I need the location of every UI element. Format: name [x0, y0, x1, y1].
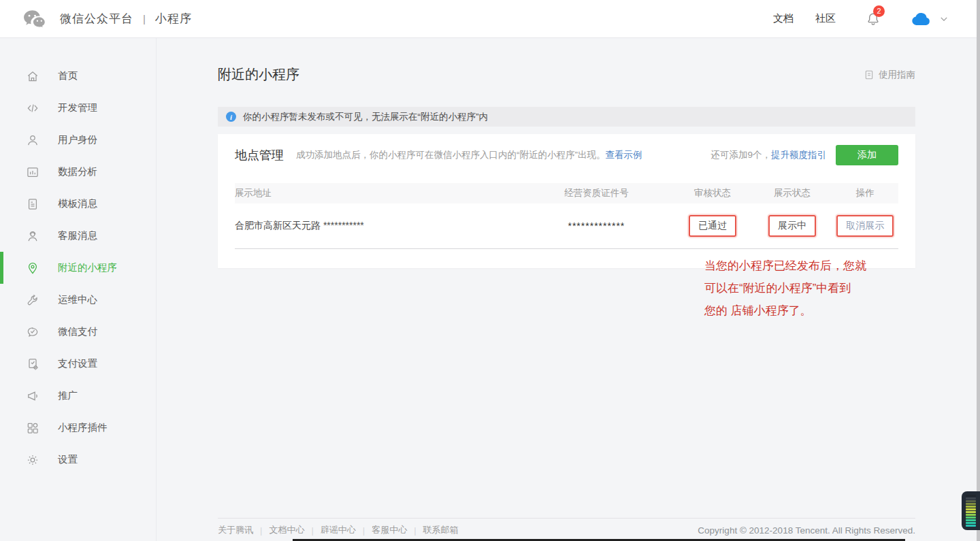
top-header: 微信公众平台 | 小程序 文档 社区 2	[0, 0, 980, 38]
footer: 关于腾讯| 文档中心| 辟谣中心| 客服中心| 联系邮箱 Copyright ©…	[218, 518, 915, 541]
annotation-line: 当您的小程序已经发布后，您就	[704, 255, 929, 277]
notification-badge: 2	[873, 5, 885, 17]
bar-chart-icon	[26, 165, 39, 179]
annotation-line: 您的 店铺小程序了。	[704, 299, 929, 322]
info-icon: i	[226, 112, 236, 122]
sidebar-item-home[interactable]: 首页	[0, 60, 156, 92]
sidebar-item-label: 支付设置	[58, 357, 97, 370]
cloud-avatar[interactable]	[911, 12, 931, 26]
quota-text: 还可添加9个，	[710, 149, 771, 161]
wechat-pay-icon	[26, 325, 39, 339]
sidebar-item-plugins[interactable]: 小程序插件	[0, 412, 156, 444]
cancel-display-link[interactable]: 取消展示	[846, 220, 884, 231]
sidebar-item-ops-center[interactable]: 运维中心	[0, 284, 156, 316]
main-content: 附近的小程序 使用指南 i 你的小程序暂未发布或不可见，无法展示在“附近的小程序…	[157, 38, 980, 541]
sidebar-item-label: 设置	[58, 453, 78, 466]
footer-link-docs[interactable]: 文档中心	[269, 524, 304, 536]
page-root: 微信公众平台 | 小程序 文档 社区 2	[0, 0, 980, 541]
sidebar-item-label: 运维中心	[58, 293, 97, 306]
footer-links: 关于腾讯| 文档中心| 辟谣中心| 客服中心| 联系邮箱	[218, 524, 459, 536]
notice-bar: i 你的小程序暂未发布或不可见，无法展示在“附近的小程序”内	[218, 107, 915, 127]
wrench-icon	[26, 293, 39, 307]
sidebar-item-customer-service[interactable]: 客服消息	[0, 220, 156, 252]
wechat-logo-icon	[23, 9, 49, 29]
product-title: 小程序	[155, 11, 192, 27]
annotation-line: 可以在“附近的小程序”中看到	[704, 277, 929, 299]
payment-settings-icon	[26, 357, 39, 371]
table-row: 合肥市高新区天元路 *********** ************* 已通过 …	[235, 203, 898, 248]
locations-table: 展示地址 经营资质证件号 审核状态 展示状态 操作 合肥市高新区天元路 ****…	[235, 183, 898, 249]
plugin-icon	[26, 421, 39, 435]
location-pin-icon	[26, 261, 39, 275]
sidebar-item-payment-settings[interactable]: 支付设置	[0, 348, 156, 380]
footer-separator: |	[311, 525, 313, 536]
cell-address: 合肥市高新区天元路 ***********	[235, 203, 520, 248]
home-icon	[26, 69, 39, 83]
footer-link-rumor[interactable]: 辟谣中心	[321, 524, 356, 536]
col-display-status: 展示状态	[753, 183, 832, 203]
chevron-down-icon[interactable]	[939, 14, 949, 24]
notice-text: 你的小程序暂未发布或不可见，无法展示在“附近的小程序”内	[243, 111, 488, 123]
footer-link-support[interactable]: 客服中心	[372, 524, 407, 536]
nav-docs-link[interactable]: 文档	[773, 12, 794, 25]
sidebar-item-analytics[interactable]: 数据分析	[0, 156, 156, 188]
sidebar-item-nearby-miniprogram[interactable]: 附近的小程序	[0, 252, 156, 284]
brand-divider: |	[143, 13, 146, 24]
customer-service-icon	[26, 229, 39, 243]
footer-link-about[interactable]: 关于腾讯	[218, 524, 253, 536]
sidebar-item-dev-management[interactable]: 开发管理	[0, 92, 156, 124]
footer-separator: |	[363, 525, 365, 536]
level-stripes	[966, 494, 976, 527]
document-icon	[864, 69, 875, 80]
sidebar-item-label: 小程序插件	[58, 421, 108, 434]
gear-icon	[26, 453, 39, 467]
sidebar: 首页 开发管理 用户身份 数据分析 模板消息 客服消息 附近的小程序 运维中心	[0, 38, 157, 541]
table-header-row: 展示地址 经营资质证件号 审核状态 展示状态 操作	[235, 183, 898, 203]
sidebar-item-user-identity[interactable]: 用户身份	[0, 124, 156, 156]
sidebar-item-label: 附近的小程序	[58, 261, 117, 274]
col-audit-status: 审核状态	[673, 183, 753, 203]
nav-community-link[interactable]: 社区	[815, 12, 836, 25]
copyright-text: Copyright © 2012-2018 Tencent. All Right…	[698, 525, 915, 536]
page-title: 附近的小程序	[218, 65, 299, 84]
panel-description-text: 成功添加地点后，你的小程序可在微信小程序入口内的“附近的小程序”出现。	[296, 150, 606, 160]
sidebar-item-label: 开发管理	[58, 101, 97, 114]
add-button[interactable]: 添加	[836, 145, 898, 165]
sidebar-item-wechat-pay[interactable]: 微信支付	[0, 316, 156, 348]
sidebar-item-promotion[interactable]: 推广	[0, 380, 156, 412]
col-license-number: 经营资质证件号	[520, 183, 672, 203]
megaphone-icon	[26, 389, 39, 403]
guide-link[interactable]: 使用指南	[864, 69, 915, 81]
sidebar-item-label: 微信支付	[58, 325, 97, 338]
col-actions: 操作	[832, 183, 899, 203]
quota-guide-link[interactable]: 提升额度指引	[771, 149, 826, 161]
notification-bell-icon[interactable]: 2	[866, 12, 881, 27]
footer-separator: |	[414, 525, 416, 536]
user-icon	[26, 133, 39, 147]
footer-separator: |	[260, 525, 262, 536]
col-display-address: 展示地址	[235, 183, 520, 203]
audit-status-text: 已通过	[698, 220, 727, 231]
sidebar-item-label: 客服消息	[58, 229, 97, 242]
code-icon	[26, 101, 39, 115]
sidebar-item-label: 用户身份	[58, 133, 97, 146]
audio-level-widget[interactable]	[962, 491, 980, 530]
brand-title: 微信公众平台	[60, 11, 133, 27]
sidebar-item-label: 首页	[58, 69, 78, 82]
cell-license: *************	[520, 203, 672, 248]
sidebar-item-template-message[interactable]: 模板消息	[0, 188, 156, 220]
sidebar-item-label: 模板消息	[58, 197, 97, 210]
action-badge: 取消展示	[836, 215, 894, 237]
annotation-text: 当您的小程序已经发布后，您就 可以在“附近的小程序”中看到 您的 店铺小程序了。	[704, 255, 929, 322]
display-status-badge: 展示中	[768, 215, 816, 237]
display-status-text: 展示中	[778, 220, 806, 231]
footer-link-contact[interactable]: 联系邮箱	[423, 524, 459, 536]
audit-status-badge: 已通过	[689, 215, 736, 237]
panel-title: 地点管理	[235, 147, 284, 163]
sidebar-item-label: 数据分析	[58, 165, 97, 178]
location-management-panel: 地点管理 成功添加地点后，你的小程序可在微信小程序入口内的“附近的小程序”出现。…	[218, 134, 915, 268]
vertical-scrollbar[interactable]	[977, 0, 980, 541]
example-link[interactable]: 查看示例	[606, 150, 642, 160]
sidebar-item-settings[interactable]: 设置	[0, 444, 156, 476]
guide-link-label: 使用指南	[879, 69, 915, 81]
